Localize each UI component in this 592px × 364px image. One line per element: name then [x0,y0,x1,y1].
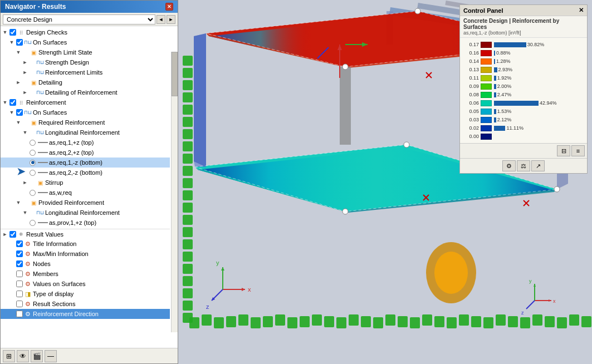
svg-rect-71 [183,313,193,323]
tree-item-as-w-req[interactable]: as,w,req [1,188,170,198]
tree-item-strength-limit[interactable]: ▼ ▣ Strength Limit State [1,47,170,57]
close-button[interactable]: ✕ [165,3,173,11]
tree-item-stirrup[interactable]: ► ▣ Stirrup [1,178,170,188]
toolbar-minus-button[interactable]: — [45,350,57,362]
tree-item-as-req-1-top[interactable]: as,req,1,+z (top) [1,137,170,147]
radio-as-req-1-bot[interactable] [30,160,36,166]
checkbox-members[interactable] [16,270,23,277]
expand-icon[interactable]: ▼ [8,109,15,116]
checkbox-title-info[interactable] [16,240,23,247]
tree-item-title-info[interactable]: ⚙ Title Information [1,239,170,249]
expand-icon[interactable]: ▼ [2,29,8,36]
nav-dropdown[interactable]: Concrete Design [3,14,155,24]
cp-legend: 0.1730.82%0.160.88%0.141.28%0.132.93%0.1… [460,38,587,143]
radio-as-req-1-top[interactable] [30,140,36,146]
legend-row: 0.0211.11% [463,124,584,132]
tree-item-long-reinf-2[interactable]: ▼ ⊓⊔ Longitudinal Reinforcement [1,208,170,218]
nav-scrollbar[interactable] [171,52,178,332]
tree-item-nodes[interactable]: ⚙ Nodes [1,259,170,269]
expand-icon[interactable]: ▼ [2,99,8,106]
toolbar-eye-button[interactable]: 👁 [17,350,29,362]
cp-settings-button[interactable]: ⚙ [502,160,516,171]
expand-icon[interactable]: ▼ [15,119,22,126]
scroll-thumb[interactable] [172,52,178,96]
legend-color-box [481,67,492,73]
expand-icon[interactable]: ▼ [22,209,28,216]
radio-as-req-2-bot[interactable] [30,170,36,176]
tree-item-result-values[interactable]: ► ⁜ Result Values [1,229,170,239]
svg-rect-36 [422,314,432,326]
tree-item-members[interactable]: ⚙ Members [1,269,170,279]
toolbar-camera-button[interactable]: 🎬 [31,350,43,362]
checkbox-maxmin-info[interactable] [16,250,23,257]
cp-table-button[interactable]: ⊟ [557,145,570,156]
tree-item-result-sections[interactable]: ⚙ Result Sections [1,299,170,309]
svg-rect-63 [183,215,193,225]
legend-row: 0.141.28% [463,57,584,65]
svg-text:x: x [248,286,251,293]
nav-tree[interactable]: ▼ ⁝⁝ Design Checks ▼ ⊓⊔ On Surfaces ▼ ▣ … [1,26,178,348]
svg-rect-26 [300,316,310,327]
expand-icon[interactable]: ▼ [15,199,22,206]
tree-item-strength-design[interactable]: ► ⊓⊔ Strength Design [1,57,170,67]
checkbox-design-checks[interactable] [9,29,16,36]
tree-item-long-reinf-1[interactable]: ▼ ⊓⊔ Longitudinal Reinforcement [1,127,170,137]
checkbox-result-sections[interactable] [16,301,23,307]
radio-as-w-req[interactable] [30,190,36,196]
tree-item-detailing-reinf[interactable]: ► ⊓⊔ Detailing of Reinforcement [1,87,170,97]
tree-item-as-req-1-bot[interactable]: as,req,1,-z (bottom) [1,158,170,168]
cp-export-button[interactable]: ↗ [531,160,545,171]
svg-point-98 [343,64,348,70]
label-maxmin-info: Max/Min Information [33,250,89,257]
tree-item-reinf-direction[interactable]: ⚙ Reinforcement Direction [1,309,170,319]
expand-icon[interactable]: ► [22,179,28,186]
legend-bar [494,109,496,114]
nav-next-button[interactable]: ► [167,15,175,24]
legend-value: 0.13 [463,67,479,72]
checkbox-on-surfaces-2[interactable] [16,109,23,116]
svg-rect-58 [183,154,193,164]
tree-item-reinforcement[interactable]: ▼ ⁝⁝ Reinforcement [1,97,170,107]
tree-item-on-surfaces-2[interactable]: ▼ ⊓⊔ On Surfaces [1,107,170,117]
expand-icon[interactable]: ► [22,69,28,76]
tree-item-design-checks[interactable]: ▼ ⁝⁝ Design Checks [1,27,170,37]
svg-rect-54 [183,105,193,115]
expand-icon[interactable]: ▼ [8,39,15,46]
tree-item-provided-reinf[interactable]: ▼ ▣ Provided Reinforcement [1,198,170,208]
expand-icon[interactable]: ► [2,231,8,238]
legend-color-box [481,75,492,81]
tree-item-detailing[interactable]: ► ▣ Detailing [1,77,170,87]
checkbox-reinforcement[interactable] [9,99,16,106]
tree-item-reinf-limits[interactable]: ► ⊓⊔ Reinforcement Limits [1,67,170,77]
expand-icon[interactable]: ► [22,59,28,66]
checkbox-type-display[interactable] [16,291,23,297]
cp-close-icon[interactable]: ✕ [579,7,584,14]
checkbox-values-surfaces[interactable] [16,281,23,287]
item-icon: ⊓⊔ [36,68,44,76]
tree-item-values-surfaces[interactable]: ⚙ Values on Surfaces [1,279,170,289]
checkbox-on-surfaces-1[interactable] [16,39,23,46]
svg-rect-49 [581,316,591,327]
tree-item-required-reinf[interactable]: ▼ ▣ Required Reinforcement [1,117,170,127]
tree-item-on-surfaces-1[interactable]: ▼ ⊓⊔ On Surfaces [1,37,170,47]
radio-as-prov-top[interactable] [30,220,36,226]
tree-item-type-display[interactable]: ◨ Type of display [1,289,170,299]
expand-icon[interactable]: ► [22,89,28,96]
tree-item-maxmin-info[interactable]: ⚙ Max/Min Information [1,249,170,259]
expand-icon[interactable]: ► [15,79,22,86]
expand-icon[interactable]: ▼ [15,49,22,56]
nav-prev-button[interactable]: ◄ [156,15,165,24]
tree-item-as-req-2-top[interactable]: as,req,2,+z (top) [1,147,170,158]
checkbox-reinf-direction[interactable] [16,311,23,317]
svg-rect-47 [557,317,567,328]
tree-item-as-prov-top[interactable]: as,prov,1,+z (top) [1,218,170,228]
svg-marker-14 [194,33,206,167]
cp-balance-button[interactable]: ⚖ [517,160,530,171]
expand-icon[interactable]: ▼ [22,129,28,136]
tree-item-as-req-2-bot[interactable]: as,req,2,-z (bottom) [1,168,170,178]
toolbar-grid-button[interactable]: ⊞ [3,350,15,362]
radio-as-req-2-top[interactable] [30,150,36,156]
checkbox-nodes[interactable] [16,260,23,267]
cp-chart-button[interactable]: ≡ [571,145,585,156]
checkbox-result-values[interactable] [9,231,16,238]
